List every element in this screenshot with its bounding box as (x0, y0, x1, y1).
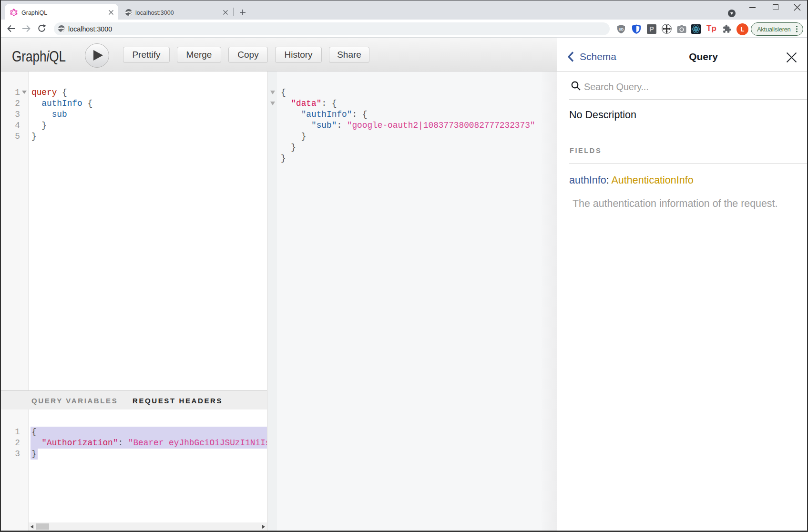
svg-text:UD: UD (619, 28, 624, 31)
